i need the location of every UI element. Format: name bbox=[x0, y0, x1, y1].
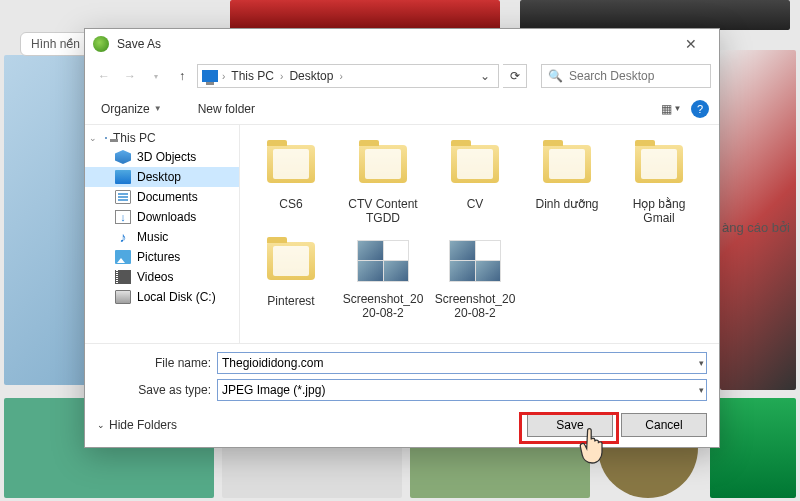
folder-item-ctv-content-tgdd[interactable]: CTV Content TGDD bbox=[338, 137, 428, 230]
tree-item-label: Videos bbox=[137, 270, 173, 284]
recent-button[interactable]: ▾ bbox=[145, 65, 167, 87]
tree-item-label: Documents bbox=[137, 190, 198, 204]
vid-icon bbox=[115, 270, 131, 284]
chevron-down-icon[interactable]: ▾ bbox=[699, 358, 704, 368]
tree-item-label: Pictures bbox=[137, 250, 180, 264]
breadcrumb-this-pc[interactable]: This PC bbox=[227, 69, 278, 83]
breadcrumb-desktop[interactable]: Desktop bbox=[285, 69, 337, 83]
folder-icon bbox=[354, 145, 412, 193]
app-icon bbox=[93, 36, 109, 52]
organize-label: Organize bbox=[101, 102, 150, 116]
folder-icon bbox=[538, 145, 596, 193]
hide-folders-button[interactable]: ⌄ Hide Folders bbox=[97, 418, 177, 432]
monitor-icon bbox=[105, 137, 107, 139]
up-button[interactable]: ↑ bbox=[171, 65, 193, 87]
tree-root-label: This PC bbox=[113, 131, 156, 145]
file-name-label: File name: bbox=[97, 356, 217, 370]
titlebar: Save As ✕ bbox=[85, 29, 719, 59]
chevron-down-icon: ▼ bbox=[154, 104, 162, 113]
folder-icon bbox=[630, 145, 688, 193]
save-type-value: JPEG Image (*.jpg) bbox=[222, 383, 325, 397]
breadcrumb[interactable]: › This PC › Desktop › ⌄ bbox=[197, 64, 499, 88]
cube-icon bbox=[115, 150, 131, 164]
image-thumbnail-icon bbox=[446, 240, 504, 288]
tree-item-label: Downloads bbox=[137, 210, 196, 224]
hide-folders-label: Hide Folders bbox=[109, 418, 177, 432]
folder-icon bbox=[262, 242, 320, 290]
chevron-right-icon: › bbox=[280, 71, 283, 82]
folder-item-cs6[interactable]: CS6 bbox=[246, 137, 336, 230]
tree-root-this-pc[interactable]: ⌄ This PC bbox=[85, 129, 239, 147]
file-label: Họp bằng Gmail bbox=[616, 197, 702, 226]
tree-item-downloads[interactable]: Downloads bbox=[85, 207, 239, 227]
doc-icon bbox=[115, 190, 131, 204]
cancel-button[interactable]: Cancel bbox=[621, 413, 707, 437]
save-button[interactable]: Save bbox=[527, 413, 613, 437]
tree-item-music[interactable]: ♪Music bbox=[85, 227, 239, 247]
dialog-title: Save As bbox=[117, 37, 671, 51]
browser-tab[interactable]: Hình nền bbox=[20, 32, 91, 56]
image-thumbnail-icon bbox=[354, 240, 412, 288]
file-name-input[interactable] bbox=[222, 356, 702, 370]
file-label: CTV Content TGDD bbox=[340, 197, 426, 226]
search-input[interactable] bbox=[569, 69, 704, 83]
desktop-icon bbox=[115, 170, 131, 184]
files-pane[interactable]: CS6CTV Content TGDDCVDinh dưỡngHọp bằng … bbox=[240, 125, 719, 343]
help-button[interactable]: ? bbox=[691, 100, 709, 118]
back-button[interactable]: ← bbox=[93, 65, 115, 87]
tree-item-label: Local Disk (C:) bbox=[137, 290, 216, 304]
folder-item-dinh-d-ng[interactable]: Dinh dưỡng bbox=[522, 137, 612, 230]
file-label: CV bbox=[432, 197, 518, 211]
close-button[interactable]: ✕ bbox=[671, 30, 711, 58]
tree-item-local-disk-c-[interactable]: Local Disk (C:) bbox=[85, 287, 239, 307]
chevron-right-icon: › bbox=[222, 71, 225, 82]
tree-item-documents[interactable]: Documents bbox=[85, 187, 239, 207]
forward-button: → bbox=[119, 65, 141, 87]
save-type-combo[interactable]: JPEG Image (*.jpg) ▾ bbox=[217, 379, 707, 401]
search-box[interactable]: 🔍 bbox=[541, 64, 711, 88]
view-options-button[interactable]: ▦▼ bbox=[661, 101, 681, 117]
refresh-button[interactable]: ⟳ bbox=[503, 64, 527, 88]
chevron-down-icon: ⌄ bbox=[97, 420, 105, 430]
file-label: Screenshot_2020-08-2 bbox=[340, 292, 426, 321]
pic-icon bbox=[115, 250, 131, 264]
organize-button[interactable]: Organize ▼ bbox=[95, 98, 168, 120]
address-bar-row: ← → ▾ ↑ › This PC › Desktop › ⌄ ⟳ 🔍 bbox=[85, 59, 719, 93]
tree-item-label: Music bbox=[137, 230, 168, 244]
dialog-footer: File name: ▾ Save as type: JPEG Image (*… bbox=[85, 343, 719, 447]
browser-tab-label: Hình nền bbox=[31, 37, 80, 51]
folder-item-h-p-b-ng-gmail[interactable]: Họp bằng Gmail bbox=[614, 137, 704, 230]
navigation-tree: ⌄ This PC 3D ObjectsDesktopDocumentsDown… bbox=[85, 125, 240, 343]
music-icon: ♪ bbox=[115, 230, 131, 244]
folder-icon bbox=[262, 145, 320, 193]
file-name-combo[interactable]: ▾ bbox=[217, 352, 707, 374]
collapse-icon[interactable]: ⌄ bbox=[89, 133, 97, 143]
file-label: Pinterest bbox=[248, 294, 334, 308]
down-icon bbox=[115, 210, 131, 224]
new-folder-button[interactable]: New folder bbox=[192, 98, 261, 120]
chevron-right-icon: › bbox=[339, 71, 342, 82]
file-item-screenshot-2020-08-2[interactable]: Screenshot_2020-08-2 bbox=[338, 234, 428, 325]
pc-icon bbox=[202, 70, 218, 82]
new-folder-label: New folder bbox=[198, 102, 255, 116]
save-as-dialog: Save As ✕ ← → ▾ ↑ › This PC › Desktop › … bbox=[84, 28, 720, 448]
disk-icon bbox=[115, 290, 131, 304]
tree-item-3d-objects[interactable]: 3D Objects bbox=[85, 147, 239, 167]
tree-item-videos[interactable]: Videos bbox=[85, 267, 239, 287]
file-item-screenshot-2020-08-2[interactable]: Screenshot_2020-08-2 bbox=[430, 234, 520, 325]
file-label: CS6 bbox=[248, 197, 334, 211]
tree-item-label: Desktop bbox=[137, 170, 181, 184]
folder-item-pinterest[interactable]: Pinterest bbox=[246, 234, 336, 325]
tree-item-desktop[interactable]: Desktop bbox=[85, 167, 239, 187]
ad-attribution: àng cáo bởi bbox=[722, 220, 790, 235]
folder-item-cv[interactable]: CV bbox=[430, 137, 520, 230]
tree-item-label: 3D Objects bbox=[137, 150, 196, 164]
file-label: Dinh dưỡng bbox=[524, 197, 610, 211]
toolbar: Organize ▼ New folder ▦▼ ? bbox=[85, 93, 719, 125]
breadcrumb-dropdown[interactable]: ⌄ bbox=[476, 69, 494, 83]
file-label: Screenshot_2020-08-2 bbox=[432, 292, 518, 321]
tree-item-pictures[interactable]: Pictures bbox=[85, 247, 239, 267]
folder-icon bbox=[446, 145, 504, 193]
search-icon: 🔍 bbox=[548, 69, 563, 83]
chevron-down-icon[interactable]: ▾ bbox=[699, 385, 704, 395]
